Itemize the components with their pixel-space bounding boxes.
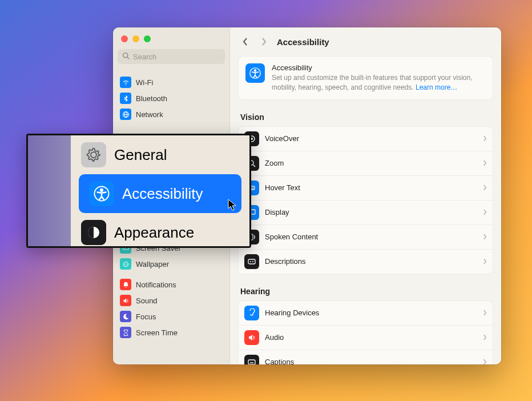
chevron-right-icon (483, 332, 487, 343)
sidebar-item-label: Wallpaper (136, 260, 169, 268)
bell-icon (120, 279, 131, 290)
pane-label: Descriptions (265, 257, 477, 266)
back-button[interactable] (240, 37, 251, 47)
chevron-right-icon (483, 357, 487, 364)
pane-label: VoiceOver (265, 134, 477, 143)
audio-icon (244, 330, 259, 345)
sidebar-item-focus[interactable]: Focus (115, 308, 227, 324)
accessibility-icon (245, 63, 265, 83)
svg-rect-23 (248, 360, 255, 364)
sidebar-item-label: Bluetooth (136, 94, 167, 103)
pane-hovertext[interactable]: Aa Hover Text (239, 176, 493, 201)
sidebar-item-screentime[interactable]: Screen Time (115, 324, 227, 340)
search-icon (122, 51, 130, 62)
sidebar-item-label: Screen Time (136, 328, 178, 337)
svg-point-9 (123, 262, 128, 266)
callout-background-stripe (28, 135, 71, 246)
callout-item-accessibility[interactable]: Accessibility (79, 174, 241, 213)
minimize-button[interactable] (132, 35, 139, 42)
sidebar-item-network[interactable]: Network (115, 106, 227, 122)
sidebar-item-label: Notifications (136, 280, 176, 289)
pane-label: Display (265, 208, 477, 216)
svg-point-21 (250, 261, 251, 262)
chevron-right-icon (483, 183, 487, 193)
sidebar-item-notifications[interactable]: Notifications (115, 276, 227, 292)
captions-icon (244, 355, 259, 364)
globe-icon (120, 109, 131, 120)
sidebar-item-bluetooth[interactable]: Bluetooth (115, 90, 227, 106)
pane-label: Zoom (265, 159, 477, 167)
wallpaper-icon (120, 258, 131, 270)
svg-line-15 (253, 165, 255, 167)
pane-hearing-devices[interactable]: Hearing Devices (239, 301, 493, 326)
chevron-right-icon (483, 134, 487, 144)
sidebar-item-sound[interactable]: Sound (115, 292, 227, 308)
pane-voiceover[interactable]: VoiceOver (239, 127, 493, 151)
hearing-list: Hearing Devices Audio Captions (238, 300, 493, 364)
content-area: Accessibility Accessibility Set up and c… (230, 27, 501, 364)
pane-label: Hover Text (265, 183, 477, 192)
forward-button[interactable] (259, 37, 269, 47)
sidebar-item-label: Wi-Fi (136, 78, 153, 87)
moon-icon (120, 311, 131, 322)
learn-more-link[interactable]: Learn more… (416, 83, 457, 91)
sidebar-item-wallpaper[interactable]: Wallpaper (115, 256, 227, 272)
svg-point-11 (254, 70, 256, 72)
callout-item-general[interactable]: General (71, 135, 249, 174)
pane-display[interactable]: Display (239, 201, 493, 225)
wifi-icon (120, 77, 131, 88)
pane-label: Captions (265, 358, 477, 364)
chevron-right-icon (483, 256, 487, 267)
callout-panel: General Accessibility Appearance (71, 135, 249, 246)
gear-icon (81, 142, 106, 167)
pane-descriptions[interactable]: Descriptions (239, 250, 493, 274)
pane-audio[interactable]: Audio (239, 326, 493, 350)
pane-label: Hearing Devices (265, 308, 477, 317)
svg-point-26 (100, 189, 103, 191)
pane-label: Spoken Content (265, 232, 477, 241)
pane-label: Audio (265, 333, 477, 342)
chevron-right-icon (483, 207, 487, 218)
vision-list: VoiceOver Zoom Aa Hover Text Display (238, 126, 493, 274)
svg-point-0 (123, 53, 128, 58)
hero-title: Accessibility (272, 63, 486, 72)
speaker-icon (120, 295, 131, 306)
accessibility-icon (89, 181, 114, 206)
section-title-vision: Vision (240, 113, 491, 122)
bluetooth-icon (120, 93, 131, 104)
hearing-devices-icon (244, 306, 259, 320)
pane-captions[interactable]: Captions (239, 350, 493, 364)
callout-item-label: General (114, 146, 167, 164)
close-button[interactable] (121, 35, 128, 42)
svg-line-1 (127, 57, 129, 59)
callout-item-label: Accessibility (122, 185, 203, 203)
pane-spoken-content[interactable]: Spoken Content (239, 225, 493, 250)
chevron-right-icon (483, 158, 487, 169)
cursor-icon (228, 199, 238, 214)
hero-description: Set up and customize the built-in featur… (272, 73, 486, 93)
sidebar-item-label: Network (136, 110, 163, 119)
appearance-icon (81, 220, 106, 245)
search-field-wrap[interactable] (118, 49, 225, 64)
callout-item-appearance[interactable]: Appearance (71, 213, 249, 248)
toolbar: Accessibility (230, 27, 501, 56)
hero-card: Accessibility Set up and customize the b… (238, 56, 493, 100)
descriptions-icon (244, 254, 259, 269)
svg-point-22 (252, 261, 253, 262)
section-title-hearing: Hearing (240, 287, 491, 296)
window-controls (113, 27, 229, 48)
page-title: Accessibility (277, 37, 329, 47)
chevron-right-icon (483, 232, 487, 242)
content-body: Accessibility Set up and customize the b… (230, 56, 501, 364)
search-input[interactable] (133, 53, 220, 61)
sidebar-item-label: Focus (136, 312, 156, 321)
pane-zoom[interactable]: Zoom (239, 151, 493, 176)
sidebar-item-wifi[interactable]: Wi-Fi (115, 74, 227, 90)
chevron-right-icon (483, 308, 487, 318)
callout-item-label: Appearance (114, 224, 194, 242)
zoom-callout: General Accessibility Appearance (26, 134, 251, 248)
hourglass-icon (120, 327, 131, 338)
maximize-button[interactable] (144, 35, 151, 42)
sidebar-item-label: Sound (136, 296, 158, 305)
svg-rect-20 (248, 259, 255, 264)
